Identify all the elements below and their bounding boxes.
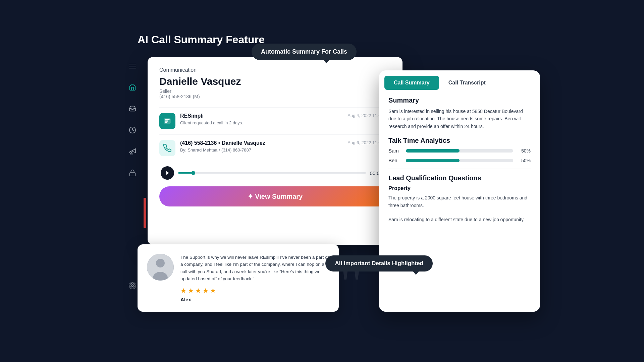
sam-bar-bg	[406, 149, 513, 153]
progress-dot	[191, 171, 195, 175]
play-button[interactable]	[161, 166, 174, 180]
sidebar-icon-inbox[interactable]	[126, 103, 139, 115]
comm-label: Communication	[159, 67, 391, 73]
call-summary-panel: Call Summary Call Transcript Summary Sam…	[379, 70, 540, 312]
page-title: AI Call Summary Feature	[138, 34, 265, 46]
testimonial-body: The Support is why we will never leave R…	[180, 254, 329, 302]
contact-role: Seller	[159, 88, 391, 94]
message-body-call: (416) 558-2136 • Danielle Vasquez By: Sh…	[180, 140, 343, 153]
divider-1	[388, 169, 531, 169]
auto-summary-tooltip: Automatic Summary For Calls	[252, 44, 357, 60]
ben-bar-fill	[406, 159, 460, 162]
msg-sub-resimpli: Client requested a call in 2 days.	[180, 120, 343, 125]
audio-player: 00:04:07	[159, 166, 391, 180]
svg-rect-1	[130, 173, 136, 176]
property-label: Property	[388, 185, 531, 191]
sidebar-icon-settings[interactable]	[126, 280, 139, 292]
summary-title: Summary	[388, 97, 531, 104]
star-3: ★	[195, 287, 201, 295]
resimpli-icon	[159, 113, 175, 129]
hamburger-menu[interactable]	[129, 64, 136, 68]
avatar-container	[147, 254, 174, 281]
tab-call-summary[interactable]: Call Summary	[384, 76, 439, 90]
star-1: ★	[180, 287, 186, 295]
lead-qual-title: Lead Qualification Questions	[388, 174, 531, 182]
contact-phone: (416) 558-2136 (M)	[159, 94, 391, 99]
summary-content: Summary Sam is interested in selling his…	[379, 90, 540, 308]
details-tooltip: All Important Details Highlighted	[325, 255, 433, 272]
msg-title-resimpli: RESimpli	[180, 113, 343, 119]
relocation-text: Sam is relocating to a different state d…	[388, 216, 531, 223]
call-icon	[159, 140, 175, 156]
tab-bar: Call Summary Call Transcript	[379, 70, 540, 90]
contact-name: Danielle Vasquez	[159, 76, 391, 87]
reviewer-name: Alex	[180, 297, 329, 302]
analytics-row-sam: Sam 50%	[388, 148, 531, 154]
testimonial-text: The Support is why we will never leave R…	[180, 254, 329, 283]
svg-point-2	[131, 285, 133, 287]
red-accent-bar	[144, 198, 146, 228]
sam-pct: 50%	[517, 148, 531, 154]
summary-text: Sam is interested in selling his house a…	[388, 108, 531, 130]
sidebar-icon-clock[interactable]	[126, 124, 139, 136]
sidebar-icon-campaigns[interactable]	[126, 145, 139, 158]
star-2: ★	[188, 287, 194, 295]
progress-bar[interactable]	[178, 172, 366, 174]
msg-title-call: (416) 558-2136 • Danielle Vasquez	[180, 140, 343, 146]
sidebar-icon-home[interactable]	[126, 81, 139, 93]
view-summary-button[interactable]: ✦ View Summary	[159, 186, 391, 206]
msg-sub-call: By: Sharad Mehtaa • (314) 860-7887	[180, 147, 343, 153]
star-4: ★	[203, 287, 209, 295]
sidebar-icon-lock[interactable]	[126, 167, 139, 179]
star-rating: ★ ★ ★ ★ ★	[180, 287, 329, 295]
speaker-sam-label: Sam	[388, 148, 402, 154]
main-container: AI Call Summary Feature	[104, 30, 540, 332]
svg-point-6	[156, 259, 165, 267]
page-wrapper: AI Call Summary Feature	[0, 0, 644, 362]
speaker-ben-label: Ben	[388, 158, 402, 163]
message-body-resimpli: RESimpli Client requested a call in 2 da…	[180, 113, 343, 125]
ben-pct: 50%	[517, 158, 531, 163]
message-item-resimpli: RESimpli Client requested a call in 2 da…	[159, 107, 391, 134]
ben-bar-bg	[406, 159, 513, 162]
sam-bar-fill	[406, 149, 460, 153]
crm-card: Communication Danielle Vasquez Seller (4…	[148, 57, 402, 245]
talk-time-title: Talk Time Analytics	[388, 137, 531, 144]
avatar	[147, 254, 174, 281]
testimonial-card: The Support is why we will never leave R…	[138, 244, 339, 312]
tab-call-transcript[interactable]: Call Transcript	[439, 76, 495, 90]
star-5: ★	[210, 287, 216, 295]
message-item-call: (416) 558-2136 • Danielle Vasquez By: Sh…	[159, 134, 391, 162]
svg-marker-4	[166, 171, 169, 175]
property-text: The property is a 2000 square feet house…	[388, 194, 531, 209]
analytics-row-ben: Ben 50%	[388, 158, 531, 163]
progress-fill	[178, 172, 193, 174]
